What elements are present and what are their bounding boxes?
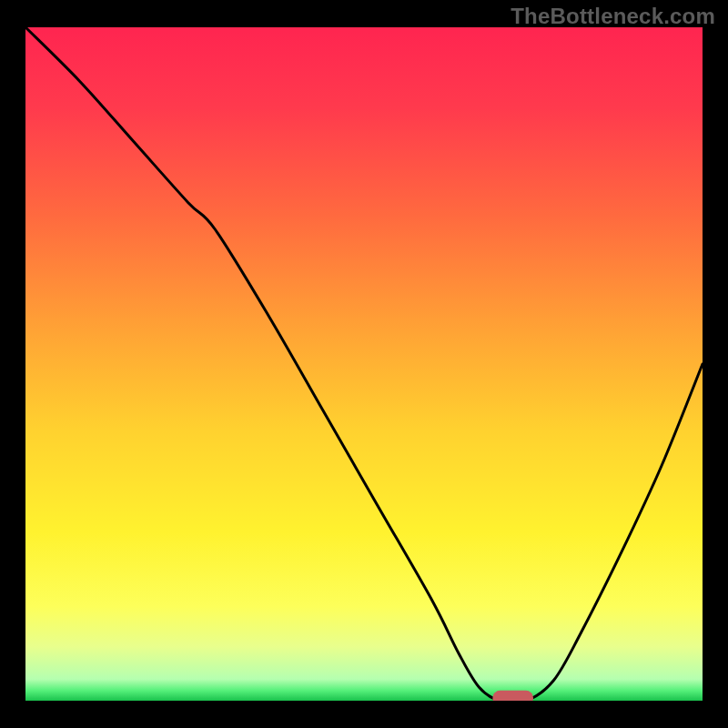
plot-area [25, 27, 703, 701]
optimal-marker [492, 691, 533, 701]
bottleneck-chart [25, 27, 703, 701]
gradient-background [25, 27, 703, 701]
chart-frame: TheBottleneck.com [0, 0, 728, 728]
watermark-text: TheBottleneck.com [511, 4, 715, 29]
